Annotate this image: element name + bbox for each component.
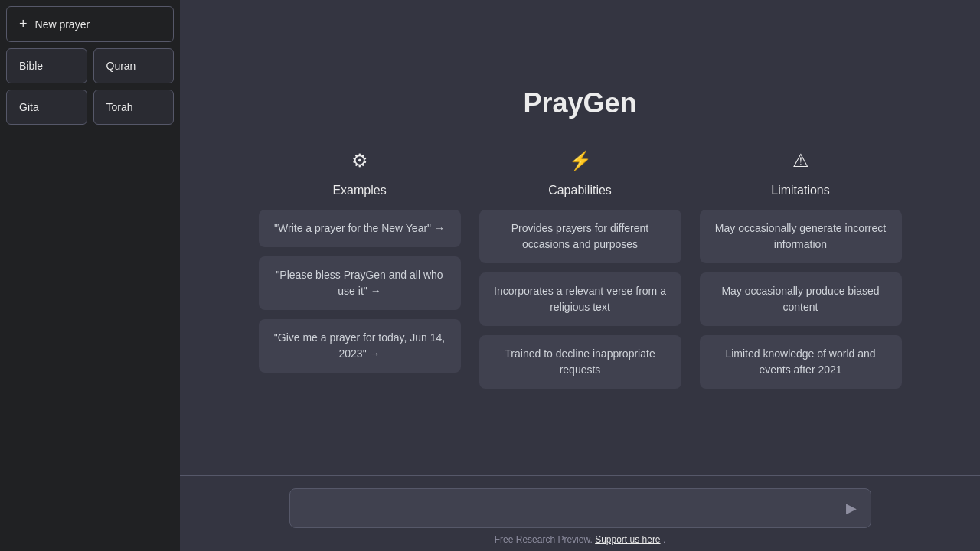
books-grid: Bible Quran Gita Torah [6,48,174,125]
footer-support-link[interactable]: Support us here [595,534,660,545]
capability-card-1: Provides prayers for different occasions… [479,210,681,263]
capabilities-icon: ⚡ [569,150,592,171]
book-torah-button[interactable]: Torah [93,90,175,125]
chat-input[interactable] [301,502,837,514]
capabilities-column: ⚡ Capabilities Provides prayers for diff… [479,150,681,389]
footer-note-prefix: Free Research Preview. [495,534,593,545]
main-content: PrayGen ⚙ Examples "Write a prayer for t… [180,0,980,475]
columns-container: ⚙ Examples "Write a prayer for the New Y… [259,150,902,389]
example-card-1[interactable]: "Write a prayer for the New Year" → [259,210,461,247]
examples-icon: ⚙ [351,150,368,171]
capability-card-3: Trained to decline inappropriate request… [479,335,681,389]
limitations-column: ⚠ Limitations May occasionally generate … [700,150,902,389]
plus-icon: + [19,16,28,32]
main-panel: PrayGen ⚙ Examples "Write a prayer for t… [180,0,980,551]
examples-title: Examples [332,184,386,197]
app-title: PrayGen [523,87,636,119]
input-container: ▶ [289,488,871,528]
example-card-2[interactable]: "Please bless PrayGen and all who use it… [259,256,461,310]
limitations-icon: ⚠ [792,150,809,171]
limitation-card-3: Limited knowledge of world and events af… [700,335,902,389]
examples-column: ⚙ Examples "Write a prayer for the New Y… [259,150,461,389]
new-prayer-button[interactable]: + New prayer [6,6,174,42]
book-bible-button[interactable]: Bible [6,48,87,83]
new-prayer-label: New prayer [35,18,90,31]
footer-note-suffix: . [663,534,665,545]
book-quran-button[interactable]: Quran [93,48,175,83]
footer-note: Free Research Preview. Support us here . [198,534,962,545]
limitations-title: Limitations [771,184,829,197]
book-gita-button[interactable]: Gita [6,90,87,125]
capability-card-2: Incorporates a relevant verse from a rel… [479,272,681,326]
limitation-card-1: May occasionally generate incorrect info… [700,210,902,263]
sidebar: + New prayer Bible Quran Gita Torah [0,0,180,551]
limitation-card-2: May occasionally produce biased content [700,272,902,326]
footer: ▶ Free Research Preview. Support us here… [180,475,980,551]
send-icon: ▶ [846,500,857,517]
example-card-3[interactable]: "Give me a prayer for today, Jun 14, 202… [259,319,461,373]
capabilities-title: Capabilities [548,184,612,197]
send-button[interactable]: ▶ [843,497,860,520]
